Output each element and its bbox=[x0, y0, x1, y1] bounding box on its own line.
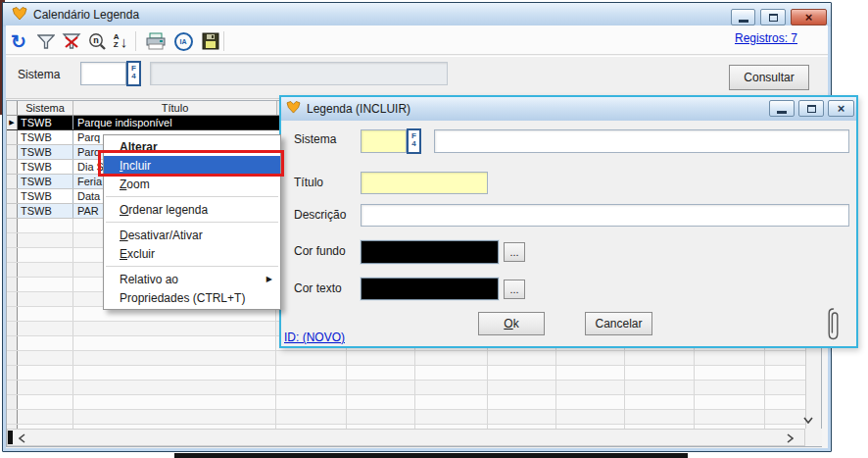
cell-sistema bbox=[18, 336, 73, 350]
cell-titulo bbox=[73, 410, 805, 424]
cell-sistema bbox=[18, 366, 73, 380]
menu-item-incluir[interactable]: Incluir bbox=[104, 156, 280, 175]
ok-button[interactable]: Ok bbox=[478, 312, 545, 335]
id-novo-link[interactable]: ID: (NOVO) bbox=[284, 331, 345, 344]
menu-item-relativo-ao[interactable]: Relativo ao▶ bbox=[104, 270, 280, 288]
menu-item-label: Relativo ao bbox=[120, 273, 178, 286]
cell-sistema: TSWB bbox=[18, 116, 73, 129]
menu-separator bbox=[106, 266, 278, 267]
row-indicator bbox=[7, 278, 18, 291]
ia-badge-icon[interactable]: IA bbox=[170, 29, 196, 53]
row-indicator bbox=[7, 351, 18, 365]
cell-sistema bbox=[18, 233, 73, 247]
menu-separator bbox=[106, 196, 278, 197]
main-titlebar: Calendário Legenda bbox=[3, 3, 831, 26]
cancelar-button[interactable]: Cancelar bbox=[585, 312, 652, 335]
dialog-titulo-input[interactable] bbox=[361, 172, 488, 194]
cell-sistema bbox=[18, 263, 73, 277]
empty-table-row[interactable] bbox=[7, 351, 805, 366]
row-indicator bbox=[7, 410, 18, 424]
grid-header-titulo[interactable]: Título bbox=[73, 101, 277, 115]
minimize-button[interactable] bbox=[731, 9, 755, 25]
cell-sistema: TSWB bbox=[18, 175, 73, 188]
menu-item-ordenar-legenda[interactable]: Ordenar legenda bbox=[104, 200, 280, 219]
refresh-icon[interactable]: ↻ bbox=[6, 29, 31, 53]
minimize-icon bbox=[777, 111, 787, 114]
menu-item-label: Zoom bbox=[120, 178, 150, 191]
dialog-maximize-button[interactable] bbox=[798, 100, 824, 117]
consultar-button[interactable]: Consultar bbox=[729, 65, 809, 90]
row-indicator bbox=[7, 248, 18, 262]
zoom-icon[interactable]: n bbox=[84, 29, 110, 53]
row-indicator bbox=[7, 322, 18, 335]
row-indicator bbox=[7, 366, 18, 380]
f4-lookup-button[interactable]: F4 bbox=[126, 61, 141, 86]
context-menu: AlterarIncluirZoomOrdenar legendaDesativ… bbox=[103, 134, 281, 310]
menu-item-label: Alterar bbox=[120, 140, 158, 154]
menu-item-desativar-ativar[interactable]: Desativar/Ativar bbox=[104, 226, 280, 244]
app-fox-icon bbox=[12, 7, 27, 24]
dialog-minimize-button[interactable] bbox=[769, 100, 795, 117]
dialog-f4-lookup-button[interactable]: F4 bbox=[407, 128, 421, 154]
maximize-icon bbox=[807, 105, 816, 113]
cor-fundo-swatch[interactable] bbox=[361, 240, 499, 264]
cell-titulo bbox=[73, 351, 805, 365]
cell-sistema: TSWB bbox=[18, 130, 73, 144]
row-indicator bbox=[7, 189, 18, 203]
filter-icon[interactable] bbox=[33, 29, 59, 53]
print-icon[interactable] bbox=[143, 29, 169, 53]
scrollbar-thumb[interactable] bbox=[8, 431, 13, 444]
horizontal-scrollbar[interactable] bbox=[7, 429, 805, 446]
row-indicator bbox=[7, 145, 18, 159]
maximize-icon bbox=[769, 14, 778, 22]
empty-table-row[interactable] bbox=[7, 366, 805, 381]
cell-sistema: TSWB bbox=[18, 160, 73, 174]
cell-sistema bbox=[18, 351, 73, 365]
cor-texto-picker-button[interactable]: ... bbox=[504, 280, 525, 299]
minimize-icon bbox=[739, 20, 748, 23]
cell-sistema: TSWB bbox=[18, 189, 73, 203]
close-icon: × bbox=[805, 11, 813, 24]
menu-item-zoom[interactable]: Zoom bbox=[104, 175, 280, 193]
sort-az-icon[interactable]: AZ ↓ bbox=[108, 29, 133, 53]
menu-item-propriedades-ctrl-t[interactable]: Propriedades (CTRL+T) bbox=[104, 288, 280, 307]
save-icon[interactable] bbox=[198, 29, 223, 53]
window-title: Calendário Legenda bbox=[33, 8, 139, 22]
dialog-sistema-label: Sistema bbox=[294, 132, 336, 146]
cell-sistema bbox=[18, 307, 73, 321]
dialog-descricao-input[interactable] bbox=[361, 204, 849, 227]
row-indicator bbox=[7, 381, 18, 394]
close-icon: × bbox=[838, 102, 845, 115]
scroll-right-icon[interactable] bbox=[784, 432, 796, 444]
registros-link[interactable]: Registros: 7 bbox=[717, 31, 815, 45]
empty-table-row[interactable] bbox=[7, 381, 805, 395]
menu-item-excluir[interactable]: Excluir bbox=[104, 244, 280, 263]
row-indicator bbox=[7, 130, 18, 144]
background-taskbar-edge bbox=[174, 453, 688, 458]
menu-item-alterar[interactable]: Alterar bbox=[104, 137, 280, 156]
grid-header-sistema[interactable]: Sistema bbox=[18, 101, 73, 115]
empty-table-row[interactable] bbox=[7, 395, 805, 410]
cell-sistema bbox=[18, 248, 73, 262]
svg-text:n: n bbox=[93, 35, 99, 45]
row-indicator bbox=[7, 160, 18, 174]
dialog-cor-fundo-label: Cor fundo bbox=[294, 244, 346, 258]
dialog-titulo-label: Título bbox=[294, 176, 323, 189]
cor-texto-swatch[interactable] bbox=[361, 278, 499, 300]
maximize-button[interactable] bbox=[760, 9, 786, 25]
clear-filter-icon[interactable] bbox=[59, 29, 84, 53]
sistema-input[interactable] bbox=[80, 62, 126, 85]
menu-item-label: Excluir bbox=[120, 247, 155, 261]
sistema-description-input[interactable] bbox=[150, 62, 448, 85]
dialog-close-button[interactable]: × bbox=[828, 100, 854, 117]
cell-sistema bbox=[18, 395, 73, 409]
close-button[interactable]: × bbox=[791, 9, 827, 25]
scroll-down-icon[interactable] bbox=[801, 414, 815, 426]
empty-table-row[interactable] bbox=[7, 410, 805, 425]
dialog-title: Legenda (INCLUIR) bbox=[307, 102, 410, 116]
scroll-left-icon[interactable] bbox=[16, 432, 27, 444]
cor-fundo-picker-button[interactable]: ... bbox=[504, 242, 525, 262]
dialog-sistema-input[interactable] bbox=[361, 129, 407, 153]
menu-separator bbox=[106, 222, 278, 223]
dialog-sistema-description-input[interactable] bbox=[434, 129, 849, 153]
